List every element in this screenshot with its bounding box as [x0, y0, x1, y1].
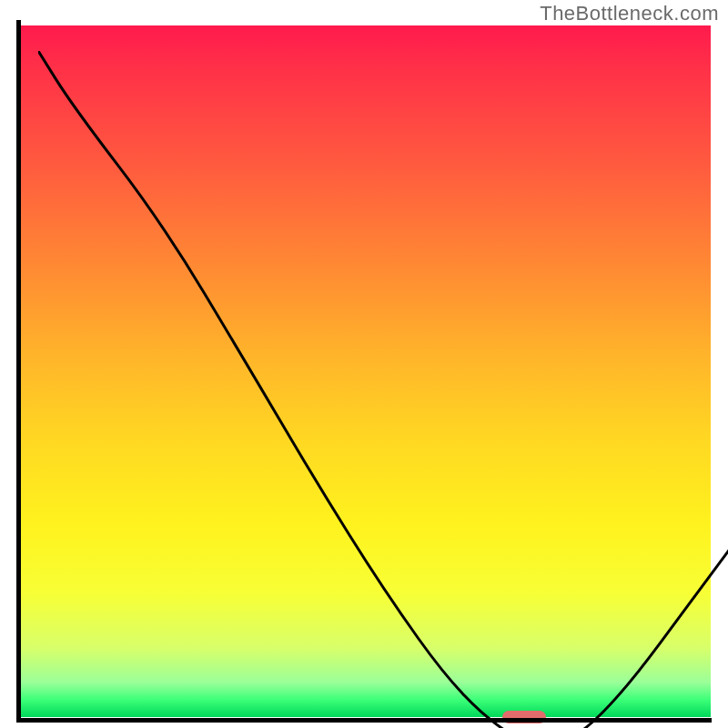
watermark-text: TheBottleneck.com: [540, 2, 719, 25]
y-axis: [16, 20, 21, 723]
bottleneck-curve: [38, 51, 728, 728]
plot-area: [19, 25, 711, 717]
x-axis: [16, 718, 712, 723]
curve-path: [38, 51, 728, 728]
